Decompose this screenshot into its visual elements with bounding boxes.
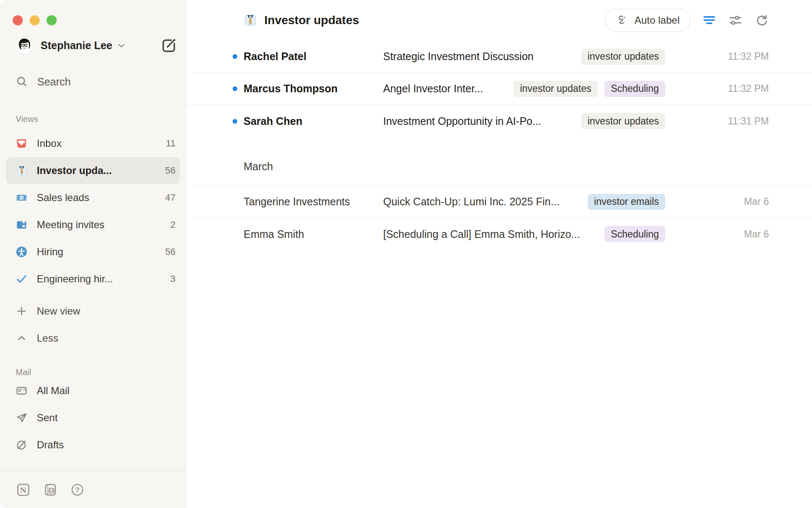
sidebar-item-sales-leads[interactable]: Sales leads 47	[6, 184, 180, 211]
search-icon	[16, 75, 28, 88]
draft-icon	[16, 439, 27, 451]
checkmark-icon	[16, 273, 27, 285]
email-sender: Tangerine Investments	[244, 196, 383, 208]
sidebar-item-sent[interactable]: Sent	[6, 404, 180, 431]
unread-dot	[233, 119, 237, 124]
sidebar-item-label: All Mail	[37, 385, 69, 397]
display-settings-icon[interactable]	[728, 13, 743, 28]
sidebar-item-hiring[interactable]: Hiring 56	[6, 238, 180, 265]
email-row[interactable]: Tangerine Investments Quick Catch-Up: Lu…	[186, 186, 812, 218]
email-sender: Sarah Chen	[244, 115, 383, 127]
sidebar-item-investor-updates[interactable]: Investor upda... 56	[6, 157, 180, 184]
email-sender: Rachel Patel	[244, 50, 383, 63]
page-title: Investor updates	[264, 14, 359, 27]
sidebar-item-label: Sent	[37, 412, 58, 424]
main-panel: Investor updates Auto label	[186, 0, 812, 508]
month-label: March	[244, 160, 273, 173]
auto-label-icon	[615, 14, 629, 27]
compose-icon[interactable]	[160, 37, 177, 54]
help-icon[interactable]: ?	[70, 483, 85, 497]
zoom-window-button[interactable]	[47, 15, 57, 25]
email-subject: [Scheduling a Call] Emma Smith, Horizo..…	[383, 228, 580, 240]
sidebar: Stephanie Lee Search Views	[0, 0, 186, 508]
notion-calendar-icon[interactable]: 14	[43, 483, 58, 497]
chevron-up-icon	[16, 332, 27, 344]
email-time: Mar 6	[665, 229, 769, 240]
minimize-window-button[interactable]	[30, 15, 40, 25]
sidebar-footer: N 14 ?	[0, 471, 186, 508]
sidebar-item-count: 56	[165, 246, 176, 257]
svg-text:N: N	[20, 486, 27, 494]
sidebar-item-count: 11	[166, 138, 176, 149]
sidebar-item-engineering-hiring[interactable]: Engineering hir... 3	[6, 265, 180, 293]
account-switcher[interactable]: Stephanie Lee	[15, 36, 177, 55]
search-button[interactable]: Search	[16, 72, 177, 92]
email-subject: Strategic Investment Discussion	[383, 50, 534, 63]
email-time: 11:32 PM	[665, 83, 769, 94]
sidebar-item-label: Sales leads	[37, 192, 89, 204]
sidebar-item-drafts[interactable]: Drafts	[6, 431, 180, 458]
auto-label-button[interactable]: Auto label	[605, 9, 690, 32]
user-name: Stephanie Lee	[41, 39, 112, 52]
email-row[interactable]: Marcus Thompson Angel Investor Inter... …	[186, 73, 812, 105]
views-nav: Inbox 11 Investor upda... 56	[0, 130, 186, 352]
email-sender: Marcus Thompson	[244, 83, 383, 95]
email-time: Mar 6	[665, 196, 769, 207]
notion-logo-icon[interactable]: N	[16, 483, 30, 497]
unread-dot	[233, 54, 237, 59]
unread-dot	[233, 86, 237, 91]
label-tag[interactable]: Scheduling	[604, 226, 665, 242]
view-header: Investor updates Auto label	[186, 0, 812, 41]
email-subject: Quick Catch-Up: Lumi Inc. 2025 Fin...	[383, 196, 560, 208]
mail-section-label: Mail	[16, 367, 186, 377]
email-tags: investor emails	[588, 194, 665, 210]
views-section-label: Views	[16, 114, 186, 124]
chevron-down-icon	[117, 41, 126, 50]
necktie-icon	[244, 14, 257, 27]
banknote-icon	[16, 192, 27, 204]
search-label: Search	[37, 76, 71, 88]
label-tag[interactable]: investor emails	[588, 194, 665, 210]
auto-label-text: Auto label	[634, 14, 680, 26]
new-view-button[interactable]: New view	[6, 298, 180, 325]
sidebar-item-label: Inbox	[37, 138, 62, 149]
label-tag[interactable]: investor updates	[513, 81, 598, 97]
necktie-icon	[16, 165, 27, 177]
label-tag[interactable]: investor updates	[581, 49, 665, 65]
email-time: 11:32 PM	[665, 51, 769, 62]
new-view-label: New view	[37, 305, 80, 317]
label-tag[interactable]: Scheduling	[604, 81, 665, 97]
sidebar-item-count: 56	[165, 165, 176, 176]
inbox-tray-icon	[16, 138, 27, 149]
month-section-header: March	[186, 137, 812, 186]
sidebar-item-label: Drafts	[37, 439, 64, 451]
less-label: Less	[37, 332, 58, 344]
label-tag[interactable]: investor updates	[581, 113, 665, 129]
sidebar-item-label: Engineering hir...	[37, 273, 113, 285]
email-row[interactable]: Rachel Patel Strategic Investment Discus…	[186, 41, 812, 73]
sidebar-item-count: 2	[170, 219, 176, 230]
sidebar-item-all-mail[interactable]: All Mail	[6, 377, 180, 404]
avatar	[15, 36, 33, 55]
email-sender: Emma Smith	[244, 228, 383, 240]
email-subject: Investment Opportunity in AI-Po...	[383, 115, 541, 127]
sidebar-item-count: 47	[165, 192, 176, 203]
svg-text:14: 14	[49, 488, 54, 493]
accessibility-icon	[16, 246, 27, 258]
sidebar-item-count: 3	[170, 273, 176, 284]
all-mail-icon	[16, 385, 27, 397]
refresh-icon[interactable]	[754, 13, 769, 28]
email-tags: investor updates Scheduling	[513, 81, 665, 97]
sidebar-item-label: Hiring	[37, 246, 63, 258]
less-button[interactable]: Less	[6, 325, 180, 352]
sidebar-item-label: Meeting invites	[37, 219, 104, 231]
email-subject: Angel Investor Inter...	[383, 83, 483, 95]
sidebar-item-inbox[interactable]: Inbox 11	[6, 130, 180, 157]
filter-icon[interactable]	[702, 13, 716, 28]
svg-text:?: ?	[75, 486, 80, 494]
close-window-button[interactable]	[13, 15, 23, 25]
email-row[interactable]: Sarah Chen Investment Opportunity in AI-…	[186, 105, 812, 137]
email-tags: investor updates	[581, 113, 665, 129]
sidebar-item-meeting-invites[interactable]: Meeting invites 2	[6, 211, 180, 238]
email-row[interactable]: Emma Smith [Scheduling a Call] Emma Smit…	[186, 218, 812, 250]
